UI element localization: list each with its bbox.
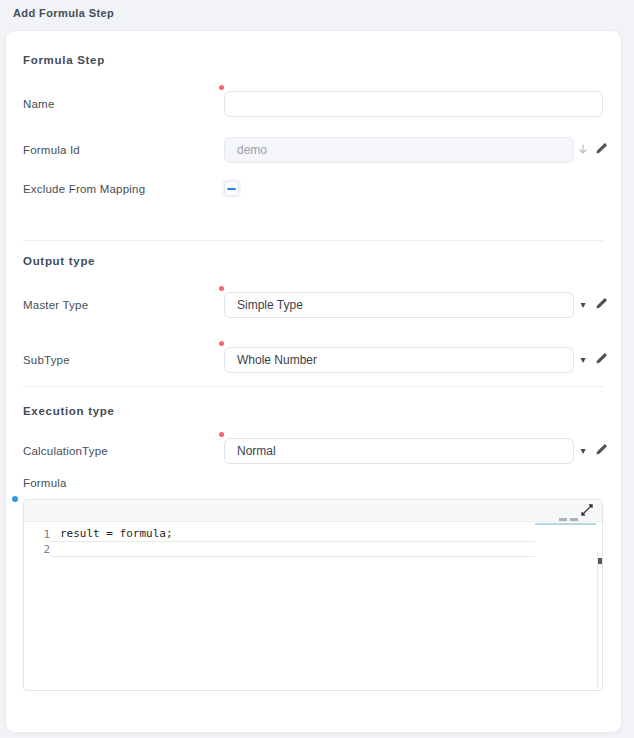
exclude-from-mapping-checkbox[interactable]	[224, 181, 239, 196]
indeterminate-minus-icon	[227, 188, 236, 190]
move-down-button[interactable]	[574, 140, 592, 160]
master-type-input[interactable]	[224, 292, 574, 318]
section-divider	[23, 240, 603, 241]
calculation-type-dropdown-button[interactable]: ▾	[574, 441, 592, 461]
formula-id-input	[224, 137, 574, 163]
editor-toolbar	[24, 500, 602, 522]
sub-type-dropdown-button[interactable]: ▾	[574, 350, 592, 370]
exclude-from-mapping-label: Exclude From Mapping	[23, 181, 145, 198]
edit-sub-type-button[interactable]	[592, 350, 610, 370]
pencil-icon	[595, 352, 608, 368]
form-card: Formula Step Name Formula Id Exclude Fro	[5, 30, 622, 733]
section-divider	[23, 386, 603, 387]
section-heading-output-type: Output type	[23, 254, 95, 268]
name-label: Name	[23, 91, 54, 118]
calculation-type-label: CalculationType	[23, 438, 108, 465]
section-heading-execution-type: Execution type	[23, 404, 115, 418]
chevron-down-icon: ▾	[580, 441, 585, 461]
edit-calculation-type-button[interactable]	[592, 441, 610, 461]
form-row-exclude-from-mapping: Exclude From Mapping	[23, 181, 606, 198]
required-indicator	[219, 85, 224, 90]
sub-type-input[interactable]	[224, 347, 574, 373]
code-line: 2	[24, 542, 595, 557]
arrow-down-icon	[577, 143, 589, 158]
form-row-calculation-type: CalculationType ▾	[23, 438, 606, 465]
section-heading-formula-step: Formula Step	[23, 53, 105, 67]
form-row-formula-id: Formula Id	[23, 137, 606, 164]
editor-scrollbar-thumb[interactable]	[598, 558, 603, 564]
edit-master-type-button[interactable]	[592, 295, 610, 315]
line-number: 1	[24, 527, 50, 542]
form-row-sub-type: SubType ▾	[23, 347, 606, 374]
code-line: 1 result = formula;	[24, 527, 595, 542]
page-title: Add Formula Step	[13, 7, 114, 19]
scroll-marker	[559, 518, 567, 521]
name-input[interactable]	[224, 91, 603, 117]
chevron-down-icon: ▾	[580, 295, 585, 315]
pencil-icon	[595, 142, 608, 158]
editor-body: 1 result = formula; 2	[24, 526, 602, 690]
chevron-down-icon: ▾	[580, 350, 585, 370]
formula-info-dot	[12, 496, 18, 502]
scroll-marker	[570, 518, 578, 521]
edit-formula-id-button[interactable]	[592, 140, 610, 160]
formula-id-label: Formula Id	[23, 137, 80, 164]
expand-editor-button[interactable]	[578, 503, 596, 520]
editor-horizontal-scrollbar[interactable]	[535, 523, 596, 525]
form-row-name: Name	[23, 91, 606, 118]
calculation-type-input[interactable]	[224, 438, 574, 464]
expand-icon	[580, 503, 594, 520]
form-row-master-type: Master Type ▾	[23, 292, 606, 319]
required-indicator	[219, 432, 224, 437]
sub-type-label: SubType	[23, 347, 70, 374]
pencil-icon	[595, 297, 608, 313]
master-type-label: Master Type	[23, 292, 88, 319]
required-indicator	[219, 286, 224, 291]
code-text[interactable]: result = formula;	[50, 527, 535, 542]
code-area[interactable]: 1 result = formula; 2	[24, 527, 595, 690]
line-number: 2	[24, 542, 50, 557]
formula-label: Formula	[23, 477, 67, 489]
code-text[interactable]	[50, 542, 535, 557]
required-indicator	[219, 341, 224, 346]
master-type-dropdown-button[interactable]: ▾	[574, 295, 592, 315]
pencil-icon	[595, 443, 608, 459]
formula-editor: 1 result = formula; 2	[23, 499, 603, 691]
editor-vertical-scrollbar[interactable]	[597, 552, 603, 690]
